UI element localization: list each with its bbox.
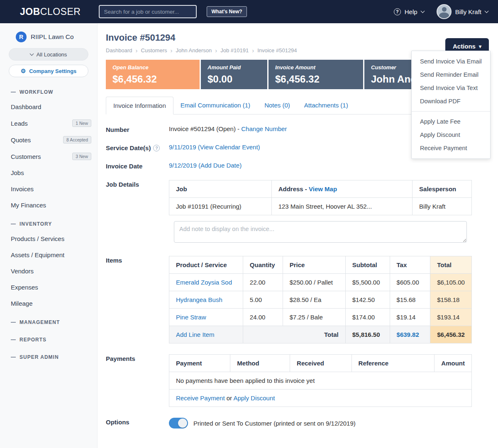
item-qty: 24.00 xyxy=(243,309,283,326)
menu-send-reminder-email[interactable]: Send Reminder Email xyxy=(412,68,490,81)
menu-send-invoice-text[interactable]: Send Invoice Via Text xyxy=(412,81,490,95)
section-icon xyxy=(11,92,16,93)
sidebar-item-leads[interactable]: Leads1 New xyxy=(0,115,97,131)
items-header-subtotal: Subtotal xyxy=(345,256,390,274)
breadcrumb-customer-name[interactable]: John Anderson xyxy=(176,47,212,54)
view-calendar-event-link[interactable]: (View Calendar Event) xyxy=(198,144,260,151)
search-input[interactable] xyxy=(99,5,197,18)
breadcrumb-separator-icon: › xyxy=(136,47,138,54)
receive-payment-link[interactable]: Receive Payment xyxy=(176,394,225,402)
payments-label: Payments xyxy=(106,354,169,407)
item-row: Hydrangea Bush 5.00 $28.50 / Ea $142.50 … xyxy=(169,291,472,309)
invoice-note-input[interactable] xyxy=(174,221,467,243)
page-title: Invoice #501294 xyxy=(106,32,489,43)
item-product-link[interactable]: Emerald Zoysia Sod xyxy=(176,279,232,286)
section-icon xyxy=(11,322,16,323)
breadcrumb-separator-icon: › xyxy=(170,47,172,54)
sidebar-item-quotes[interactable]: Quotes8 Accepted xyxy=(0,131,97,148)
change-number-link[interactable]: Change Number xyxy=(241,125,287,132)
payments-empty-row: No payments have been applied to this in… xyxy=(169,372,472,390)
sidebar-item-products-services[interactable]: Products / Services xyxy=(0,231,97,247)
menu-download-pdf[interactable]: Download PDF xyxy=(412,95,490,108)
breadcrumb-job[interactable]: Job #10191 xyxy=(220,47,249,54)
item-total: $158.18 xyxy=(430,291,472,309)
item-product-link[interactable]: Pine Straw xyxy=(176,314,206,321)
page-header: Invoice #501294 Dashboard › Customers › … xyxy=(106,32,489,54)
company-settings-label: Company Settings xyxy=(29,68,76,74)
section-icon xyxy=(11,224,16,224)
breadcrumb-customers[interactable]: Customers xyxy=(141,47,167,54)
breadcrumb-dashboard[interactable]: Dashboard xyxy=(106,47,132,54)
item-tax: $605.00 xyxy=(390,274,430,291)
item-product-link[interactable]: Hydrangea Bush xyxy=(176,296,222,303)
help-menu[interactable]: ? Help xyxy=(394,8,424,15)
item-total: $193.14 xyxy=(430,309,472,326)
sidebar-item-my-finances[interactable]: My Finances xyxy=(0,197,97,213)
view-map-link[interactable]: View Map xyxy=(309,185,337,192)
company-avatar: R xyxy=(16,32,27,42)
all-locations-dropdown[interactable]: All Locations xyxy=(9,48,88,61)
jd-header-salesperson: Salesperson xyxy=(413,180,472,198)
menu-receive-payment[interactable]: Receive Payment xyxy=(412,141,490,155)
user-menu[interactable]: Billy Kraft xyxy=(437,4,488,19)
sidebar-item-assets-equipment[interactable]: Assets / Equipment xyxy=(0,247,97,263)
item-qty: 22.00 xyxy=(243,274,283,291)
leads-badge: 1 New xyxy=(72,119,91,127)
item-price: $28.50 / Ea xyxy=(283,291,345,309)
tab-email-communication[interactable]: Email Communication (1) xyxy=(173,97,257,114)
whats-new-button[interactable]: What's New? xyxy=(207,6,247,17)
payments-header-payment: Payment xyxy=(169,355,230,372)
printed-sent-toggle[interactable] xyxy=(169,418,188,429)
company-header: R RIIPL Lawn Co xyxy=(0,23,97,48)
items-header-price: Price xyxy=(283,256,345,274)
logo-bold: JOB xyxy=(20,6,40,17)
apply-discount-link[interactable]: Apply Discount xyxy=(233,394,275,402)
app-logo[interactable]: JOBCLOSER xyxy=(20,6,81,17)
sidebar-item-vendors[interactable]: Vendors xyxy=(0,263,97,279)
items-tax-link[interactable]: $639.82 xyxy=(397,331,419,338)
service-date-link[interactable]: 9/11/2019 xyxy=(169,144,196,151)
service-date-label: Service Date(s) xyxy=(106,144,151,151)
menu-divider xyxy=(412,111,490,112)
breadcrumb-separator-icon: › xyxy=(215,47,217,54)
items-subtotal-value: $5,816.50 xyxy=(345,326,390,343)
add-line-item-link[interactable]: Add Line Item xyxy=(176,331,215,338)
options-row: Options Printed or Sent To Customer (pri… xyxy=(106,418,489,429)
sidebar: R RIIPL Lawn Co All Locations ⚙ Company … xyxy=(0,23,98,448)
menu-apply-discount[interactable]: Apply Discount xyxy=(412,128,490,141)
toggle-knob xyxy=(178,419,187,428)
add-due-date-link[interactable]: (Add Due Date) xyxy=(198,162,242,169)
tab-attachments[interactable]: Attachments (1) xyxy=(297,97,355,114)
section-super-admin[interactable]: SUPER ADMIN xyxy=(0,346,97,364)
item-subtotal: $142.50 xyxy=(345,291,390,309)
sidebar-item-customers[interactable]: Customers3 New xyxy=(0,148,97,165)
breadcrumb-separator-icon: › xyxy=(252,47,254,54)
tab-notes[interactable]: Notes (0) xyxy=(257,97,297,114)
quotes-badge: 8 Accepted xyxy=(63,136,91,144)
section-management[interactable]: MANAGEMENT xyxy=(0,312,97,329)
menu-send-invoice-email[interactable]: Send Invoice Via Email xyxy=(412,55,490,68)
section-reports[interactable]: REPORTS xyxy=(0,329,97,346)
sidebar-item-dashboard[interactable]: Dashboard xyxy=(0,99,97,115)
menu-apply-late-fee[interactable]: Apply Late Fee xyxy=(412,115,490,128)
printed-sent-text: Printed or Sent To Customer (printed or … xyxy=(193,420,356,427)
caret-down-icon: ▾ xyxy=(479,44,481,49)
items-header-quantity: Quantity xyxy=(243,256,283,274)
user-name: Billy Kraft xyxy=(455,8,481,15)
sidebar-nav: WORKFLOW Dashboard Leads1 New Quotes8 Ac… xyxy=(0,81,97,364)
actions-dropdown-menu: Send Invoice Via Email Send Reminder Ema… xyxy=(411,51,491,159)
invoice-date-row: Invoice Date 9/12/2019 (Add Due Date) xyxy=(106,162,489,170)
sidebar-item-invoices[interactable]: Invoices xyxy=(0,181,97,197)
invoice-date-link[interactable]: 9/12/2019 xyxy=(169,162,197,169)
main-content: Invoice #501294 Dashboard › Customers › … xyxy=(98,23,498,448)
sidebar-item-jobs[interactable]: Jobs xyxy=(0,165,97,181)
stat-amount-paid: Amount Paid $0.00 xyxy=(201,60,267,89)
job-details-row: Job Details Job Address - View Map Sales… xyxy=(106,180,489,243)
item-row: Pine Straw 24.00 $7.25 / Bale $174.00 $1… xyxy=(169,309,472,326)
sidebar-item-mileage[interactable]: Mileage xyxy=(0,295,97,312)
company-settings-button[interactable]: ⚙ Company Settings xyxy=(9,65,88,77)
chevron-down-icon xyxy=(29,51,34,56)
tab-invoice-information[interactable]: Invoice Information xyxy=(106,97,173,114)
sidebar-item-expenses[interactable]: Expenses xyxy=(0,279,97,295)
section-inventory: INVENTORY xyxy=(0,213,97,231)
